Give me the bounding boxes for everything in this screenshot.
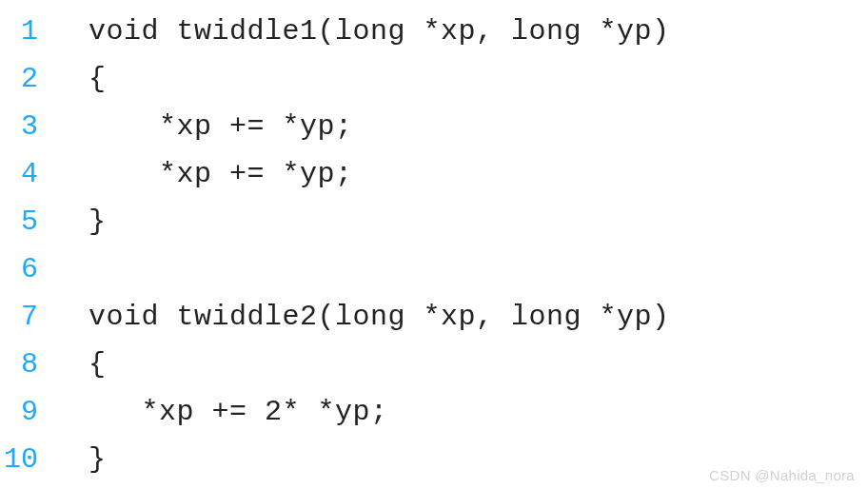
line-number: 3 xyxy=(0,103,53,150)
code-line: 7 void twiddle2(long *xp, long *yp) xyxy=(0,293,868,341)
watermark: CSDN @Nahida_nora xyxy=(709,467,855,483)
line-number: 9 xyxy=(0,388,53,436)
line-number: 10 xyxy=(0,436,53,483)
line-content: { xyxy=(53,55,107,103)
code-line: 6 xyxy=(0,245,868,293)
line-number: 8 xyxy=(0,341,53,388)
line-number: 7 xyxy=(0,293,53,341)
line-content: } xyxy=(53,436,107,483)
line-content: *xp += *yp; xyxy=(53,150,353,198)
code-line: 4 *xp += *yp; xyxy=(0,150,868,198)
line-number: 6 xyxy=(0,245,53,293)
code-line: 3 *xp += *yp; xyxy=(0,103,868,150)
line-content: *xp += *yp; xyxy=(53,103,353,150)
code-line: 9 *xp += 2* *yp; xyxy=(0,388,868,436)
line-content: *xp += 2* *yp; xyxy=(53,388,388,436)
line-content: void twiddle1(long *xp, long *yp) xyxy=(53,8,670,55)
line-content: } xyxy=(53,198,107,245)
code-line: 2 { xyxy=(0,55,868,103)
code-line: 1 void twiddle1(long *xp, long *yp) xyxy=(0,8,868,55)
code-line: 5 } xyxy=(0,198,868,245)
line-content: { xyxy=(53,341,107,388)
code-line: 8 { xyxy=(0,341,868,388)
line-number: 1 xyxy=(0,8,53,55)
line-number: 4 xyxy=(0,150,53,198)
line-number: 2 xyxy=(0,55,53,103)
line-content: void twiddle2(long *xp, long *yp) xyxy=(53,293,670,341)
line-number: 5 xyxy=(0,198,53,245)
code-block: 1 void twiddle1(long *xp, long *yp) 2 { … xyxy=(0,8,868,483)
